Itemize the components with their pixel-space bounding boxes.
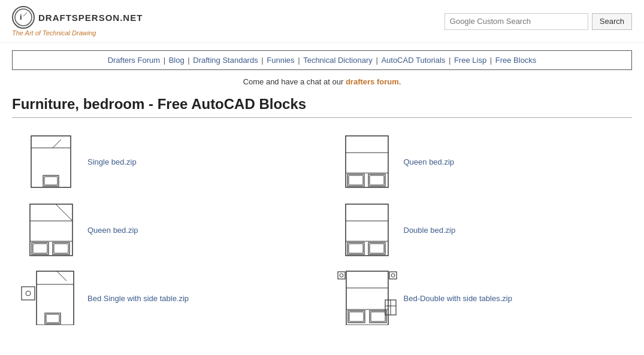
svg-rect-41 xyxy=(349,312,364,321)
svg-rect-11 xyxy=(347,174,364,186)
svg-rect-35 xyxy=(46,314,59,323)
svg-rect-34 xyxy=(45,313,61,324)
single-bed-image xyxy=(24,135,78,189)
svg-line-36 xyxy=(57,271,66,281)
svg-rect-43 xyxy=(371,312,385,321)
page-title-area: Furniture, bedroom - Free AutoCAD Blocks xyxy=(0,96,644,135)
svg-rect-23 xyxy=(346,204,388,256)
list-item: Bed Single with side table.zip xyxy=(24,271,304,325)
nav-drafting-standards[interactable]: Drafting Standards xyxy=(193,56,258,65)
svg-point-47 xyxy=(391,274,395,277)
navbar: Drafters Forum | Blog | Drafting Standar… xyxy=(12,50,632,70)
queen-bed-tr-image xyxy=(340,135,394,189)
svg-rect-19 xyxy=(32,242,49,254)
svg-text:i: i xyxy=(20,13,22,22)
svg-point-31 xyxy=(26,291,31,296)
svg-rect-26 xyxy=(347,242,364,254)
svg-rect-8 xyxy=(346,136,388,187)
svg-rect-13 xyxy=(368,174,385,186)
list-item: Queen bed.zip xyxy=(340,135,621,189)
bed-single-side-table-link[interactable]: Bed Single with side table.zip xyxy=(87,294,189,303)
svg-point-0 xyxy=(15,9,32,26)
intro-text: Come and have a chat at our drafters for… xyxy=(0,77,644,86)
svg-rect-46 xyxy=(389,272,397,279)
bed-double-side-tables-image xyxy=(340,271,394,325)
drafters-forum-link[interactable]: drafters forum. xyxy=(346,77,401,86)
double-bed-link[interactable]: Double bed.zip xyxy=(404,226,456,235)
double-bed-image xyxy=(340,203,394,257)
nav-drafters-forum[interactable]: Drafters Forum xyxy=(108,56,160,65)
logo-icon: i xyxy=(12,6,35,29)
svg-rect-22 xyxy=(54,244,68,253)
svg-rect-7 xyxy=(44,177,58,185)
items-container: Single bed.zip Queen bed.zip xyxy=(0,135,644,325)
bed-double-side-tables-link[interactable]: Bed-Double with side tables.zip xyxy=(404,294,512,303)
svg-rect-3 xyxy=(31,136,71,187)
svg-rect-40 xyxy=(348,311,365,323)
page-title: Furniture, bedroom - Free AutoCAD Blocks xyxy=(12,96,632,118)
list-item: Queen bed.zip xyxy=(24,203,304,257)
logo-subtitle: The Art of Technical Drawing xyxy=(12,29,96,37)
nav-free-lisp[interactable]: Free Lisp xyxy=(454,56,486,65)
search-button[interactable]: Search xyxy=(592,13,632,30)
queen-bed-left-link[interactable]: Queen bed.zip xyxy=(87,226,138,235)
svg-line-18 xyxy=(56,204,72,221)
svg-rect-15 xyxy=(30,204,72,256)
svg-rect-20 xyxy=(33,244,47,253)
list-item: Double bed.zip xyxy=(340,203,621,257)
svg-line-5 xyxy=(53,139,61,148)
bed-single-side-table-image xyxy=(24,271,78,325)
svg-point-45 xyxy=(340,274,343,277)
nav-blog[interactable]: Blog xyxy=(169,56,185,65)
svg-rect-28 xyxy=(368,242,385,254)
queen-bed-left-image xyxy=(24,203,78,257)
logo-text: DRAFTSPERSON.NET xyxy=(38,13,143,23)
svg-rect-42 xyxy=(370,311,386,323)
search-area: Search xyxy=(445,13,632,30)
svg-rect-27 xyxy=(349,244,363,253)
search-input[interactable] xyxy=(445,13,588,30)
svg-rect-14 xyxy=(370,175,384,185)
nav-autocad-tutorials[interactable]: AutoCAD Tutorials xyxy=(381,56,445,65)
nav-technical-dictionary[interactable]: Technical Dictionary xyxy=(303,56,373,65)
svg-rect-29 xyxy=(370,244,384,253)
svg-rect-21 xyxy=(53,242,69,254)
svg-rect-44 xyxy=(338,272,345,279)
svg-rect-6 xyxy=(43,175,59,186)
svg-rect-30 xyxy=(22,287,35,300)
svg-rect-37 xyxy=(346,271,388,325)
svg-rect-32 xyxy=(37,271,74,325)
svg-rect-12 xyxy=(349,175,363,185)
header: i DRAFTSPERSON.NET The Art of Technical … xyxy=(0,0,644,43)
nav-free-blocks[interactable]: Free Blocks xyxy=(495,56,537,65)
logo-area: i DRAFTSPERSON.NET The Art of Technical … xyxy=(12,6,143,37)
svg-line-2 xyxy=(23,13,27,16)
list-item: Single bed.zip xyxy=(24,135,304,189)
single-bed-link[interactable]: Single bed.zip xyxy=(87,157,137,166)
nav-funnies[interactable]: Funnies xyxy=(267,56,294,65)
list-item: Bed-Double with side tables.zip xyxy=(340,271,621,325)
queen-bed-tr-link[interactable]: Queen bed.zip xyxy=(404,157,455,166)
